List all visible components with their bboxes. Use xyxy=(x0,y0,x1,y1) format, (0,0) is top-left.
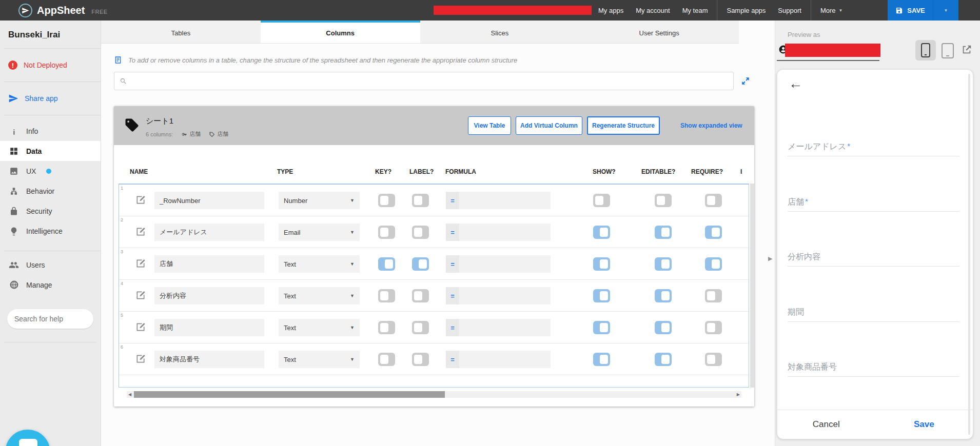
formula-field[interactable]: = xyxy=(446,351,551,368)
editable-toggle[interactable] xyxy=(655,226,672,239)
tab-user-settings[interactable]: User Settings xyxy=(579,21,739,43)
require-toggle[interactable] xyxy=(705,289,722,302)
open-in-new-icon[interactable] xyxy=(961,44,972,55)
column-type-select[interactable]: Text▼ xyxy=(279,351,360,368)
tab-tables[interactable]: Tables xyxy=(101,21,261,43)
editable-toggle[interactable] xyxy=(655,321,672,334)
form-save-button[interactable]: Save xyxy=(875,410,973,439)
column-search-input[interactable] xyxy=(114,72,734,90)
label-toggle[interactable] xyxy=(412,257,429,271)
form-field[interactable]: メールアドレス* xyxy=(788,141,959,156)
sidebar-item-ux[interactable]: UX xyxy=(0,161,101,181)
formula-field[interactable]: = xyxy=(446,192,551,209)
label-toggle[interactable] xyxy=(412,321,429,334)
view-table-button[interactable]: View Table xyxy=(468,116,511,135)
sidebar-item-intelligence[interactable]: Intelligence xyxy=(0,221,101,241)
edit-column-icon[interactable] xyxy=(135,354,146,364)
editable-toggle[interactable] xyxy=(655,353,672,366)
deployment-status[interactable]: ! Not Deployed xyxy=(0,49,101,82)
form-field[interactable]: 分析内容* xyxy=(788,252,959,267)
scrollbar-thumb[interactable] xyxy=(134,391,445,398)
key-toggle[interactable] xyxy=(378,226,395,239)
formula-field[interactable]: = xyxy=(446,224,551,241)
scroll-left-icon[interactable]: ◀ xyxy=(128,392,131,397)
show-toggle[interactable] xyxy=(593,353,610,366)
column-type-select[interactable]: Text▼ xyxy=(279,287,360,305)
cancel-button[interactable]: Cancel xyxy=(777,410,875,439)
save-dropdown-button[interactable]: ▼ xyxy=(933,0,958,21)
label-toggle[interactable] xyxy=(412,353,429,366)
appsheet-logo[interactable]: AppSheet FREE xyxy=(18,0,108,21)
nav-my-account[interactable]: My account xyxy=(630,7,676,14)
label-toggle[interactable] xyxy=(412,226,429,239)
table-horizontal-scrollbar[interactable]: ◀ ▶ xyxy=(127,391,741,398)
column-name-input[interactable]: 店舗 xyxy=(154,255,264,273)
back-arrow-icon[interactable]: ← xyxy=(789,76,802,92)
regenerate-structure-button[interactable]: Regenerate Structure xyxy=(587,116,660,135)
expand-search-icon[interactable] xyxy=(741,76,750,86)
sidebar-item-security[interactable]: Security xyxy=(0,201,101,221)
show-toggle[interactable] xyxy=(593,321,610,334)
column-type-select[interactable]: Number▼ xyxy=(279,192,360,209)
phone-preview-button[interactable] xyxy=(915,40,936,60)
chat-widget-button[interactable] xyxy=(5,430,50,446)
edit-column-icon[interactable] xyxy=(135,322,146,332)
editable-toggle[interactable] xyxy=(655,257,672,271)
column-name-input[interactable]: 期間 xyxy=(154,319,264,336)
column-name-input[interactable]: 分析内容 xyxy=(154,287,264,305)
form-field[interactable]: 期間* xyxy=(788,307,959,322)
edit-column-icon[interactable] xyxy=(135,290,146,300)
sidebar-item-users[interactable]: Users xyxy=(0,255,101,275)
show-toggle[interactable] xyxy=(593,289,610,302)
show-toggle[interactable] xyxy=(593,257,610,271)
column-name-input[interactable]: _RowNumber xyxy=(154,192,264,209)
show-toggle[interactable] xyxy=(593,194,610,207)
key-toggle[interactable] xyxy=(378,194,395,207)
nav-my-apps[interactable]: My apps xyxy=(592,7,630,14)
editable-toggle[interactable] xyxy=(655,289,672,302)
editable-toggle[interactable] xyxy=(655,194,672,207)
sidebar-item-data[interactable]: Data xyxy=(0,141,101,161)
sidebar-item-manage[interactable]: Manage xyxy=(0,275,101,295)
share-app-button[interactable]: Share app xyxy=(0,82,101,115)
panel-collapse-handle[interactable]: ▶ xyxy=(768,255,772,262)
show-expanded-view-link[interactable]: Show expanded view xyxy=(680,122,742,129)
form-field[interactable]: 店舗* xyxy=(788,197,959,212)
column-type-select[interactable]: Text▼ xyxy=(279,319,360,336)
edit-column-icon[interactable] xyxy=(135,258,146,269)
require-toggle[interactable] xyxy=(705,353,722,366)
tab-columns[interactable]: Columns xyxy=(261,21,420,43)
add-virtual-column-button[interactable]: Add Virtual Column xyxy=(516,116,582,135)
save-button[interactable]: SAVE xyxy=(888,0,933,21)
edit-column-icon[interactable] xyxy=(135,227,146,237)
formula-field[interactable]: = xyxy=(446,319,551,336)
label-toggle[interactable] xyxy=(412,194,429,207)
nav-sample-apps[interactable]: Sample apps xyxy=(720,7,772,14)
column-type-select[interactable]: Email▼ xyxy=(279,224,360,241)
sidebar-item-behavior[interactable]: Behavior xyxy=(0,181,101,201)
sidebar-item-info[interactable]: Info xyxy=(0,121,101,141)
scroll-right-icon[interactable]: ▶ xyxy=(737,392,740,397)
nav-my-team[interactable]: My team xyxy=(676,7,714,14)
form-field[interactable]: 対象商品番号* xyxy=(788,362,959,377)
tab-slices[interactable]: Slices xyxy=(420,21,580,43)
more-menu[interactable]: More ▼ xyxy=(814,7,849,14)
column-type-select[interactable]: Text▼ xyxy=(279,255,360,273)
table-vertical-scrollbar[interactable] xyxy=(750,184,754,388)
require-toggle[interactable] xyxy=(705,321,722,334)
key-toggle[interactable] xyxy=(378,257,395,271)
edit-column-icon[interactable] xyxy=(135,195,146,205)
label-toggle[interactable] xyxy=(412,289,429,302)
help-search-input[interactable] xyxy=(7,315,93,323)
nav-support[interactable]: Support xyxy=(772,7,808,14)
require-toggle[interactable] xyxy=(705,226,722,239)
key-toggle[interactable] xyxy=(378,321,395,334)
tablet-preview-button[interactable] xyxy=(942,43,954,58)
key-toggle[interactable] xyxy=(378,353,395,366)
formula-field[interactable]: = xyxy=(446,255,551,273)
require-toggle[interactable] xyxy=(705,257,722,271)
key-toggle[interactable] xyxy=(378,289,395,302)
column-name-input[interactable]: メールアドレス xyxy=(154,224,264,241)
column-name-input[interactable]: 対象商品番号 xyxy=(154,351,264,368)
require-toggle[interactable] xyxy=(705,194,722,207)
